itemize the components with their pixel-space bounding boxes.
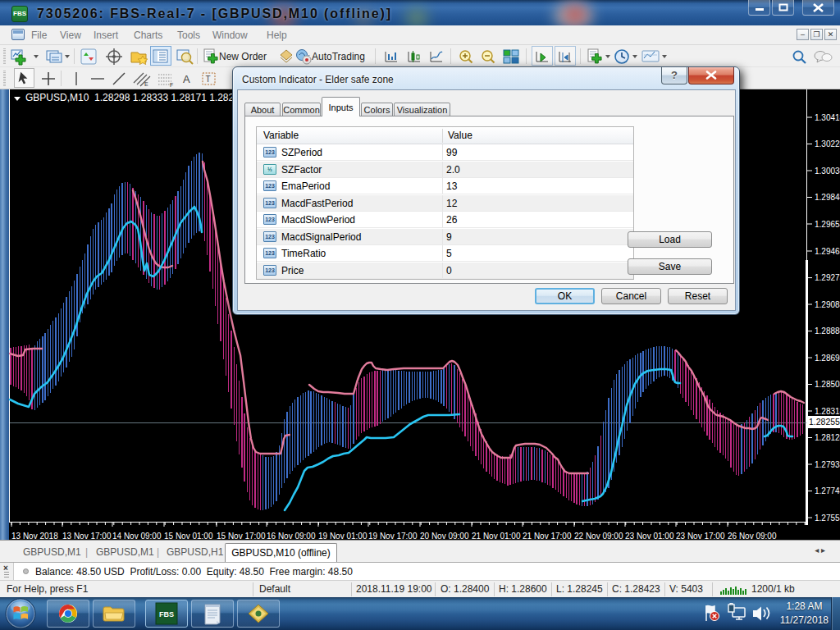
svg-text:1.28318: 1.28318: [815, 407, 840, 416]
svg-text:15 Nov 17:00: 15 Nov 17:00: [217, 532, 266, 540]
svg-text:19 Nov 01:00: 19 Nov 01:00: [318, 532, 368, 540]
svg-text:23 Nov 01:00: 23 Nov 01:00: [625, 532, 674, 540]
svg-text:1.29848: 1.29848: [815, 193, 840, 202]
svg-text:20 Nov 09:00: 20 Nov 09:00: [420, 532, 469, 540]
svg-text:1.29653: 1.29653: [815, 220, 840, 229]
svg-text:1.30228: 1.30228: [815, 139, 840, 148]
svg-text:1.27743: 1.27743: [815, 486, 840, 495]
svg-text:21 Nov 01:00: 21 Nov 01:00: [472, 532, 521, 540]
svg-text:19 Nov 17:00: 19 Nov 17:00: [368, 532, 418, 540]
svg-text:E: E: [144, 81, 148, 87]
svg-text:FBS: FBS: [159, 610, 174, 619]
svg-text:26 Nov 09:00: 26 Nov 09:00: [728, 532, 777, 540]
svg-text:22 Nov 09:00: 22 Nov 09:00: [574, 532, 623, 540]
svg-text:16 Nov 09:00: 16 Nov 09:00: [267, 532, 316, 540]
svg-text:T: T: [206, 75, 211, 84]
svg-text:1.28508: 1.28508: [815, 380, 840, 389]
svg-text:1.28698: 1.28698: [815, 354, 840, 363]
svg-text:1.28888: 1.28888: [815, 326, 840, 336]
svg-text:1.27553: 1.27553: [815, 514, 840, 523]
svg-text:GBPUSD,M10 1.28298 1.28333 1.: GBPUSD,M10 1.28298 1.28333 1.28171 1.282…: [25, 92, 245, 103]
svg-text:1.29083: 1.29083: [815, 300, 840, 309]
svg-text:13 Nov 2018: 13 Nov 2018: [11, 532, 58, 540]
svg-text:1.30038: 1.30038: [815, 167, 840, 176]
svg-text:13 Nov 17:00: 13 Nov 17:00: [62, 532, 112, 540]
svg-text:14 Nov 09:00: 14 Nov 09:00: [112, 532, 162, 540]
svg-text:1.29273: 1.29273: [815, 273, 840, 282]
svg-text:1.30418: 1.30418: [815, 113, 840, 122]
svg-text:1.28255: 1.28255: [809, 417, 840, 427]
svg-text:1.27933: 1.27933: [815, 460, 840, 469]
svg-text:21 Nov 17:00: 21 Nov 17:00: [523, 532, 572, 540]
svg-text:1.29463: 1.29463: [815, 247, 840, 256]
svg-text:F: F: [170, 82, 173, 88]
svg-text:A: A: [183, 73, 190, 85]
svg-text:23 Nov 17:00: 23 Nov 17:00: [676, 532, 725, 540]
svg-text:1.28128: 1.28128: [815, 433, 840, 442]
svg-text:15 Nov 01:00: 15 Nov 01:00: [164, 532, 213, 540]
